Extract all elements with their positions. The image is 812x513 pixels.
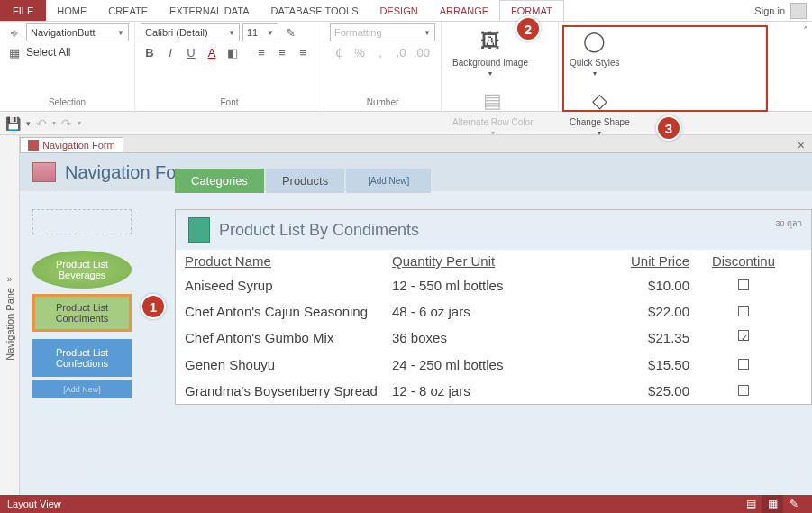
cell-disc[interactable]	[707, 357, 780, 372]
align-left-button[interactable]: ≡	[252, 43, 270, 61]
cell-price: $10.00	[599, 278, 707, 293]
bold-button[interactable]: B	[141, 43, 159, 61]
number-format-combo: Formatting▼	[330, 23, 435, 41]
tab-create[interactable]: CREATE	[97, 0, 159, 21]
document-tab-navigation-form[interactable]: Navigation Form	[20, 137, 123, 152]
cell-disc[interactable]	[707, 383, 780, 398]
percent-icon: %	[351, 43, 369, 61]
htab-products[interactable]: Products	[266, 169, 344, 193]
cell-price: $22.00	[599, 304, 707, 319]
htab-categories[interactable]: Categories	[175, 169, 264, 193]
checkbox-icon[interactable]	[738, 330, 749, 341]
comma-icon: ,	[371, 43, 389, 61]
navpane-label[interactable]: Navigation Pane	[5, 288, 15, 361]
sign-in[interactable]: Sign in	[754, 0, 812, 21]
rows-icon: ▤	[479, 87, 507, 115]
checkbox-icon[interactable]	[738, 385, 749, 396]
checkbox-icon[interactable]	[738, 359, 749, 370]
format-painter-icon[interactable]: ✎	[281, 23, 299, 41]
document-tab-label: Navigation Form	[42, 140, 115, 151]
select-all-icon: ▦	[5, 43, 23, 61]
fill-color-button[interactable]: ◧	[224, 43, 242, 61]
table-row[interactable]: Chef Anton's Gumbo Mix36 boxes$21.35	[176, 325, 811, 352]
table-row[interactable]: Grandma's Boysenberry Spread12 - 8 oz ja…	[176, 378, 811, 404]
tab-arrange[interactable]: ARRANGE	[429, 0, 499, 21]
ribbon-collapse-icon[interactable]: ˄	[803, 25, 808, 38]
close-tab-button[interactable]: ×	[790, 138, 812, 152]
save-button[interactable]: 💾	[5, 116, 21, 131]
callout-3: 3	[656, 115, 681, 141]
cell-name: Chef Anton's Gumbo Mix	[185, 330, 392, 346]
cell-disc[interactable]	[707, 304, 780, 319]
select-all-button[interactable]: ▦ Select All	[5, 43, 129, 61]
align-right-button[interactable]: ≡	[294, 43, 312, 61]
cell-qty: 12 - 550 ml bottles	[392, 278, 599, 293]
font-size-combo[interactable]: 11▼	[242, 23, 278, 41]
tab-home[interactable]: HOME	[46, 0, 97, 21]
group-label-font: Font	[141, 96, 318, 109]
cell-price: $25.00	[599, 383, 707, 398]
cell-qty: 24 - 250 ml bottles	[392, 357, 599, 372]
underline-button[interactable]: U	[182, 43, 200, 61]
cell-qty: 12 - 8 oz jars	[392, 383, 599, 398]
selection-icon: ⎆	[5, 23, 23, 41]
navpane-toggle[interactable]: »	[7, 270, 13, 288]
change-shape-button[interactable]: ◇Change Shape▾	[564, 83, 635, 141]
quick-styles-button[interactable]: ◯Quick Styles▾	[564, 23, 625, 81]
subform-title: Product List By Condiments	[219, 221, 419, 240]
italic-button[interactable]: I	[161, 43, 179, 61]
select-all-label: Select All	[26, 46, 70, 59]
view-design-button[interactable]: ✎	[783, 495, 805, 513]
undo-button[interactable]: ↶	[36, 116, 47, 131]
col-header-disc[interactable]: Discontinu	[707, 253, 780, 269]
callout-1: 1	[141, 294, 166, 319]
cell-name: Aniseed Syrup	[185, 278, 392, 293]
tab-design[interactable]: DESIGN	[369, 0, 428, 21]
view-form-button[interactable]: ▤	[740, 495, 762, 513]
vnav-confections[interactable]: Product List Confections	[32, 339, 132, 377]
checkbox-icon[interactable]	[738, 279, 749, 290]
font-name-combo[interactable]: Calibri (Detail)▼	[141, 23, 240, 41]
cell-price: $21.35	[599, 330, 707, 346]
cell-qty: 36 boxes	[392, 330, 599, 346]
col-header-name[interactable]: Product Name	[185, 253, 392, 269]
font-color-button[interactable]: A	[203, 43, 221, 61]
table-row[interactable]: Aniseed Syrup12 - 550 ml bottles$10.00	[176, 272, 811, 298]
image-icon: 🖼	[476, 27, 505, 56]
col-header-qty[interactable]: Quantity Per Unit	[392, 253, 599, 269]
sign-in-label: Sign in	[754, 5, 785, 16]
cell-price: $15.50	[599, 357, 707, 372]
quick-styles-icon: ◯	[580, 27, 609, 56]
vnav-add-new[interactable]: [Add New]	[32, 380, 132, 398]
subform-icon	[188, 217, 210, 243]
redo-button[interactable]: ↷	[61, 116, 72, 131]
table-row[interactable]: Genen Shouyu24 - 250 ml bottles$15.50	[176, 352, 811, 378]
vnav-condiments[interactable]: Product List Condiments	[32, 294, 132, 332]
group-label-number: Number	[330, 96, 435, 109]
alt-row-color-button: ▤ Alternate Row Color▾	[447, 83, 538, 141]
inc-decimal-icon: .0	[392, 43, 410, 61]
align-center-button[interactable]: ≡	[273, 43, 291, 61]
object-selector-value: NavigationButt	[31, 27, 96, 38]
checkbox-icon[interactable]	[738, 306, 749, 316]
dec-decimal-icon: .00	[413, 43, 431, 61]
vnav-beverages[interactable]: Product List Beverages	[32, 251, 132, 289]
subform-date: 30 ตุลา	[775, 217, 802, 230]
cell-name: Grandma's Boysenberry Spread	[185, 383, 392, 398]
group-label-selection: Selection	[5, 96, 129, 109]
qat-dropdown[interactable]: ▾	[26, 119, 31, 128]
view-layout-button[interactable]: ▦	[762, 495, 783, 513]
tab-external-data[interactable]: EXTERNAL DATA	[159, 0, 260, 21]
col-header-price[interactable]: Unit Price	[599, 253, 707, 269]
tab-file[interactable]: FILE	[0, 0, 46, 21]
chevron-down-icon: ▼	[117, 29, 124, 37]
cell-disc[interactable]	[707, 278, 780, 293]
object-selector[interactable]: NavigationButt▼	[26, 23, 129, 41]
cell-name: Genen Shouyu	[185, 357, 392, 372]
cell-qty: 48 - 6 oz jars	[392, 304, 599, 319]
table-row[interactable]: Chef Anton's Cajun Seasoning48 - 6 oz ja…	[176, 298, 811, 325]
htab-add-new[interactable]: [Add New]	[346, 169, 431, 193]
tab-database-tools[interactable]: DATABASE TOOLS	[260, 0, 369, 21]
status-view-label: Layout View	[7, 499, 61, 509]
cell-disc[interactable]	[707, 330, 780, 346]
